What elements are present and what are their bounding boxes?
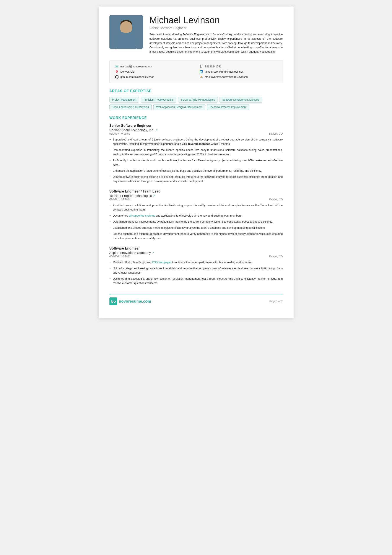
candidate-title: Senior Software Engineer [150, 26, 283, 30]
location-icon [115, 70, 119, 74]
job-entry: Senior Software Engineer Radiant Spark T… [109, 124, 283, 183]
job-company: TechNet Fragile Technologies ↗ [109, 194, 283, 197]
external-link-icon: ↗ [152, 251, 154, 254]
expertise-tags: Project ManagementProficient Troubleshoo… [109, 97, 283, 110]
job-bullets: Provided prompt solutions and proactive … [109, 203, 283, 241]
contact-linkedin: linkedin.com/in/michael.levinson [199, 70, 277, 74]
github-icon [115, 75, 119, 79]
phone-value: 32131241241 [205, 65, 221, 68]
expertise-tag: Proficient Troubleshooting [141, 97, 176, 102]
job-location: Denver, CO [269, 132, 283, 135]
expertise-tag: Team Leadership & Supervision [109, 104, 152, 110]
candidate-name: Michael Levinson [150, 15, 283, 25]
email-value: michael@novoresume.com [121, 65, 153, 68]
location-value: Denver, CO [121, 70, 135, 73]
bullet-item: Proficiently troubleshot simple and comp… [109, 158, 283, 167]
bullet-item: Utilized strategic engineering procedure… [109, 266, 283, 275]
svg-point-11 [116, 71, 117, 72]
github-value: github.com/michael.levinson [121, 75, 154, 79]
bullet-item: Demonstrated expertise in translating th… [109, 148, 283, 157]
svg-point-4 [121, 20, 132, 27]
svg-point-2 [122, 23, 131, 32]
svg-point-10 [201, 67, 202, 68]
bullet-item: Led the onshore and offshore application… [109, 232, 283, 241]
job-period: 02/2011 - 02/2014 [109, 198, 131, 201]
contact-github: github.com/michael.levinson [115, 75, 193, 79]
expertise-tag: Software Development Lifecycle [219, 97, 262, 102]
job-bullets: Modified HTML, JavaScript, and CSS web p… [109, 260, 283, 285]
expertise-tag: Scrum & Agile Methodologies [178, 97, 218, 102]
bullet-item: Designed and executed a brand-new custom… [109, 277, 283, 285]
linkedin-icon [199, 70, 203, 74]
job-title: Software Engineer / Team Lead [109, 190, 283, 193]
stackoverflow-icon [199, 75, 203, 79]
contact-phone: 32131241241 [199, 65, 277, 68]
svg-point-14 [200, 71, 200, 71]
bullet-item: Provided prompt solutions and proactive … [109, 203, 283, 212]
footer-brand: novoresume.com [109, 298, 151, 305]
bullet-item: Utilized software engineering expertise … [109, 175, 283, 183]
footer: novoresume.com Page 1 of 2 [109, 294, 283, 305]
footer-page-number: Page 1 of 2 [269, 300, 283, 303]
job-location: Denver, CO [269, 198, 283, 201]
svg-rect-13 [200, 71, 201, 73]
bullet-item: Established and utilized strategic metho… [109, 226, 283, 230]
avatar [109, 15, 143, 49]
job-period: 06/2006 - 01/2011 [109, 255, 131, 258]
company-name: Radiant Spark Technology, Inc. [109, 128, 154, 132]
expertise-tag: Project Management [109, 97, 139, 102]
novoresume-logo [109, 298, 117, 305]
candidate-summary: Seasoned, forward-looking Software Engin… [150, 32, 283, 54]
contact-section: michael@novoresume.com 32131241241 Denve… [109, 60, 283, 83]
job-period: 03/2014 - Present [109, 132, 130, 135]
company-name: TechNet Fragile Technologies [109, 194, 152, 197]
expertise-title: AREAS OF EXPERTISE [109, 89, 283, 94]
job-title: Software Engineer [109, 247, 283, 250]
job-location: Denver, CO [269, 255, 283, 258]
svg-point-6 [122, 27, 130, 32]
job-title: Senior Software Engineer [109, 124, 283, 128]
expertise-tag: Technical Process Improvement [207, 104, 249, 110]
contact-location: Denver, CO [115, 70, 193, 74]
svg-rect-7 [125, 36, 127, 38]
footer-brand-name: novoresume.com [119, 299, 151, 304]
expertise-tag: Web Application Design & Development [153, 104, 205, 110]
contact-stackoverflow: stackoverflow.com/michael.levinson [199, 75, 277, 79]
job-company: Radiant Spark Technology, Inc. ↗ [109, 128, 283, 132]
contact-email: michael@novoresume.com [115, 65, 193, 68]
job-meta: 02/2011 - 02/2014 Denver, CO [109, 198, 283, 201]
job-entry: Software Engineer / Team Lead TechNet Fr… [109, 190, 283, 241]
bullet-item: Supervised and lead a team of 5 junior s… [109, 138, 283, 146]
expertise-section: AREAS OF EXPERTISE Project ManagementPro… [109, 89, 283, 110]
bullet-item: Modified HTML, JavaScript, and CSS web p… [109, 260, 283, 264]
phone-icon [199, 65, 203, 68]
header-section: Michael Levinson Senior Software Enginee… [109, 15, 283, 54]
bullet-item: Documented all supported systems and app… [109, 213, 283, 218]
email-icon [115, 65, 119, 68]
svg-rect-8 [115, 66, 118, 68]
svg-point-5 [121, 21, 131, 32]
header-info: Michael Levinson Senior Software Enginee… [150, 15, 283, 54]
company-name: Aspire Innovations Company [109, 251, 151, 255]
job-entry: Software Engineer Aspire Innovations Com… [109, 247, 283, 285]
job-bullets: Supervised and lead a team of 5 junior s… [109, 138, 283, 183]
job-meta: 03/2014 - Present Denver, CO [109, 132, 283, 135]
external-link-icon: ↗ [155, 129, 158, 131]
bullet-item: Determined areas for improvements by per… [109, 220, 283, 224]
job-company: Aspire Innovations Company ↗ [109, 251, 283, 255]
bullet-item: Enhanced the application's features to e… [109, 169, 283, 173]
resume-page: Michael Levinson Senior Software Enginee… [99, 7, 294, 318]
external-link-icon: ↗ [153, 194, 155, 197]
svg-rect-15 [109, 298, 117, 305]
avatar-image [109, 15, 143, 49]
stackoverflow-value: stackoverflow.com/michael.levinson [205, 75, 248, 79]
work-section: WORK EXPERIENCE Senior Software Engineer… [109, 116, 283, 285]
job-meta: 06/2006 - 01/2011 Denver, CO [109, 255, 283, 258]
work-title: WORK EXPERIENCE [109, 116, 283, 121]
svg-point-1 [120, 21, 132, 34]
linkedin-value: linkedin.com/in/michael.levinson [205, 70, 244, 73]
